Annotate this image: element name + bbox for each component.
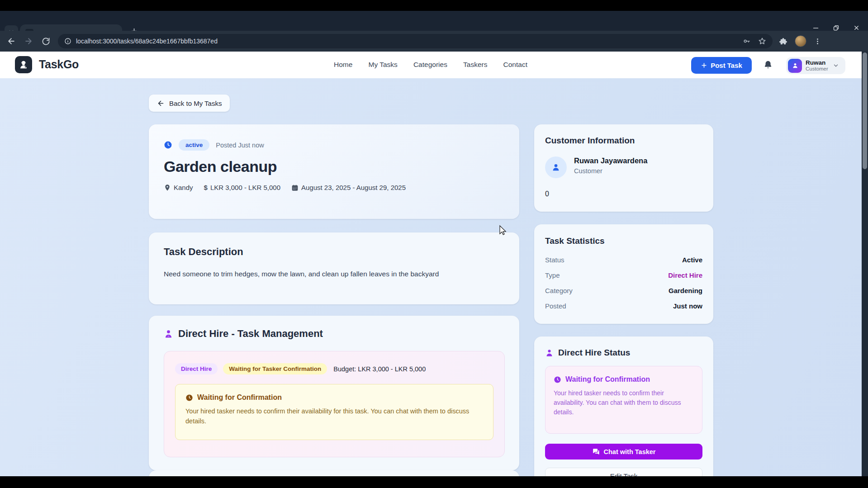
scrollbar-thumb[interactable]	[863, 52, 867, 169]
mouse-cursor	[498, 225, 508, 236]
budget-label: Budget: LKR 3,000 - LKR 5,000	[333, 365, 426, 373]
chat-with-tasker-button[interactable]: Chat with Tasker	[545, 444, 702, 460]
task-location: Kandy	[164, 184, 193, 191]
person-icon	[164, 329, 173, 339]
bookmark-star-icon[interactable]	[758, 37, 766, 45]
user-role: Customer	[806, 66, 828, 72]
arrow-left-icon	[157, 99, 165, 107]
plus-icon	[701, 62, 707, 69]
status-badge: active	[179, 139, 209, 151]
clock-icon	[554, 376, 561, 384]
customer-info-heading: Customer Information	[545, 136, 702, 146]
browser-profile-avatar[interactable]	[795, 35, 806, 47]
stat-row-status: Status Active	[545, 256, 702, 264]
customer-avatar	[545, 156, 567, 178]
direct-hire-status-heading: Direct Hire Status	[558, 348, 630, 358]
window-close-button[interactable]	[853, 24, 860, 31]
customer-extra-value: 0	[545, 190, 702, 198]
window-frame-bottom	[0, 476, 868, 488]
back-to-my-tasks-button[interactable]: Back to My Tasks	[149, 95, 230, 112]
warning-body: Your hired tasker needs to confirm their…	[185, 407, 488, 426]
confirmation-status-box: Waiting for Confirmation Your hired task…	[545, 366, 702, 434]
direct-hire-badge: Direct Hire	[175, 363, 218, 374]
browser-reload-button[interactable]	[39, 34, 52, 48]
url-text[interactable]: localhost:3000/tasks/68a9c24be1667bbfb13…	[76, 38, 738, 45]
task-title: Garden cleanup	[164, 158, 504, 175]
status-title: Waiting for Confirmation	[565, 375, 650, 384]
task-statistics-card: Task Statistics Status Active Type Direc…	[534, 224, 713, 324]
description-body: Need someone to trim hedges, mow the law…	[164, 270, 504, 278]
stat-row-type: Type Direct Hire	[545, 271, 702, 279]
password-key-icon[interactable]	[743, 37, 751, 45]
user-avatar	[788, 59, 802, 73]
taskgo-logo[interactable]	[15, 56, 32, 73]
site-info-icon[interactable]	[64, 38, 71, 45]
task-description-card: Task Description Need someone to trim he…	[149, 232, 519, 304]
customer-name: Ruwan Jayawardena	[574, 156, 647, 165]
task-budget: $ LKR 3,000 - LKR 5,000	[204, 184, 280, 191]
customer-role: Customer	[574, 167, 647, 175]
currency-icon: $	[204, 184, 208, 191]
browser-tab-bar: TaskGo	[0, 11, 868, 31]
nav-item-categories[interactable]: Categories	[413, 61, 447, 69]
direct-hire-panel: Direct Hire Waiting for Tasker Confirmat…	[164, 351, 505, 457]
person-icon	[545, 349, 554, 357]
user-name: Ruwan	[806, 59, 828, 66]
direct-hire-card: Direct Hire - Task Management Direct Hir…	[149, 316, 519, 470]
task-stats-heading: Task Statistics	[545, 236, 702, 246]
browser-toolbar: localhost:3000/tasks/68a9c24be1667bbfb13…	[0, 31, 868, 52]
nav-item-home[interactable]: Home	[334, 61, 352, 69]
clock-icon	[164, 141, 172, 149]
extensions-icon[interactable]	[779, 37, 787, 46]
brand-name[interactable]: TaskGo	[39, 58, 79, 71]
browser-forward-button[interactable]	[22, 34, 35, 48]
status-body: Your hired tasker needs to confirm their…	[554, 389, 693, 417]
browser-menu-icon[interactable]	[814, 38, 821, 45]
chevron-down-icon	[833, 62, 839, 69]
task-header-card: active Posted Just now Garden cleanup Ka…	[149, 124, 519, 219]
main-nav: Home My Tasks Categories Taskers Contact	[334, 61, 527, 69]
clock-icon	[185, 394, 193, 402]
warning-title: Waiting for Confirmation	[197, 393, 282, 402]
chat-bubble-icon	[592, 448, 600, 455]
notification-bell-icon[interactable]	[763, 60, 773, 70]
browser-back-button[interactable]	[5, 34, 18, 48]
waiting-warning-box: Waiting for Confirmation Your hired task…	[175, 384, 493, 440]
direct-hire-heading: Direct Hire - Task Management	[178, 328, 323, 340]
nav-item-contact[interactable]: Contact	[503, 61, 527, 69]
posted-text: Posted Just now	[216, 142, 264, 149]
post-task-button[interactable]: Post Task	[691, 57, 752, 74]
stat-row-category: Category Gardening	[545, 287, 702, 294]
window-restore-button[interactable]	[833, 24, 840, 31]
window-minimize-button[interactable]	[812, 24, 819, 31]
description-heading: Task Description	[164, 246, 504, 258]
nav-item-my-tasks[interactable]: My Tasks	[368, 61, 397, 69]
address-bar[interactable]: localhost:3000/tasks/68a9c24be1667bbfb13…	[58, 34, 773, 48]
taskgo-logo-icon	[19, 60, 28, 70]
calendar-icon	[291, 184, 299, 191]
user-menu[interactable]: Ruwan Customer	[786, 57, 845, 74]
customer-information-card: Customer Information Ruwan Jayawardena C…	[534, 124, 713, 212]
task-dates: August 23, 2025 - August 29, 2025	[291, 184, 406, 191]
stat-row-posted: Posted Just now	[545, 302, 702, 310]
nav-item-taskers[interactable]: Taskers	[463, 61, 487, 69]
window-frame-top	[0, 0, 868, 11]
waiting-badge: Waiting for Tasker Confirmation	[223, 363, 327, 374]
map-pin-icon	[164, 184, 171, 191]
direct-hire-status-card: Direct Hire Status Waiting for Confirmat…	[534, 336, 713, 488]
